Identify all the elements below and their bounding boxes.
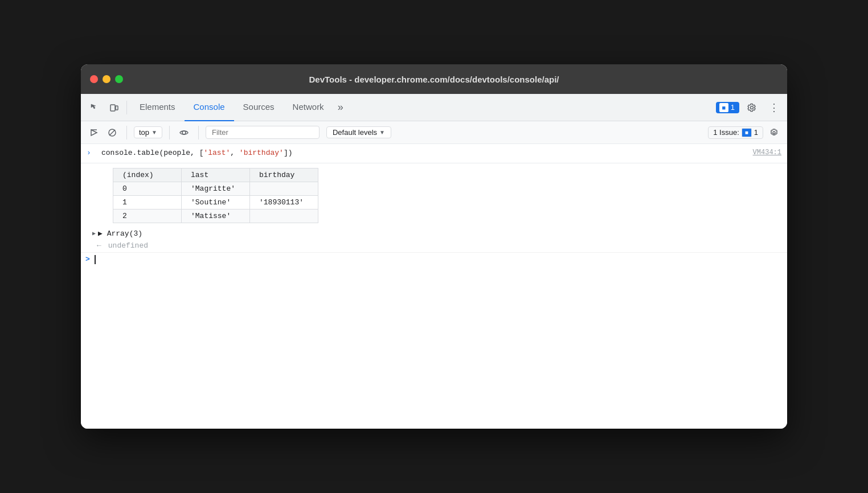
- title-bar: DevTools - developer.chrome.com/docs/dev…: [81, 64, 787, 94]
- console-table-container: (index) last birthday 0 'Magritte' 1 'So…: [81, 163, 787, 228]
- table-row: 2 'Matisse': [113, 209, 318, 223]
- maximize-button[interactable]: [115, 75, 123, 83]
- tab-console[interactable]: Console: [185, 94, 234, 121]
- svg-point-6: [182, 131, 186, 134]
- console-content: › console.table(people, ['last', 'birthd…: [81, 144, 787, 429]
- clear-console-button[interactable]: [105, 125, 120, 140]
- issue-count-badge-icon: ■: [742, 128, 752, 137]
- input-cursor-caret: [95, 255, 96, 264]
- console-toolbar-divider3: [198, 126, 199, 139]
- more-options-button[interactable]: ⋮: [764, 98, 783, 117]
- table-header-birthday: birthday: [250, 168, 318, 182]
- undefined-text: undefined: [108, 241, 148, 250]
- table-cell-last-2: 'Matisse': [182, 209, 250, 223]
- tab-network[interactable]: Network: [284, 94, 333, 121]
- close-button[interactable]: [90, 75, 98, 83]
- left-arrow-icon: ←: [97, 241, 101, 250]
- toolbar-right: ■ 1 ⋮: [716, 98, 783, 117]
- minimize-button[interactable]: [103, 75, 110, 83]
- levels-selector[interactable]: Default levels ▼: [326, 126, 391, 138]
- traffic-lights: [90, 75, 123, 83]
- devtools-window: DevTools - developer.chrome.com/docs/dev…: [81, 64, 787, 429]
- expand-triangle-icon: ▶: [92, 230, 96, 237]
- execute-button[interactable]: [87, 125, 101, 140]
- inspect-element-button[interactable]: [85, 98, 104, 117]
- svg-rect-0: [110, 105, 115, 111]
- context-dropdown-icon: ▼: [152, 129, 157, 135]
- table-row: 0 'Magritte': [113, 182, 318, 195]
- table-row: 1 'Soutine' '18930113': [113, 195, 318, 209]
- filter-input[interactable]: [206, 126, 320, 139]
- svg-rect-1: [116, 106, 118, 110]
- undefined-entry: ← undefined: [81, 239, 787, 253]
- table-header-index: (index): [113, 168, 182, 182]
- device-toggle-button[interactable]: [105, 98, 123, 117]
- tab-elements[interactable]: Elements: [130, 94, 185, 121]
- issue-badge-icon: ■: [719, 103, 728, 112]
- console-settings-button[interactable]: [767, 125, 781, 140]
- console-toolbar-divider: [126, 126, 127, 139]
- table-cell-birthday-1: '18930113': [250, 195, 318, 209]
- console-command-code: console.table(people, ['last', 'birthday…: [101, 147, 781, 159]
- settings-button[interactable]: [743, 98, 761, 117]
- window-title: DevTools - developer.chrome.com/docs/dev…: [309, 75, 559, 84]
- console-command-entry: › console.table(people, ['last', 'birthd…: [81, 144, 787, 163]
- array-expand[interactable]: ▶ ▶ Array(3): [81, 228, 787, 239]
- table-cell-index-1: 1: [113, 195, 182, 209]
- levels-dropdown-icon: ▼: [379, 129, 385, 135]
- table-header-last: last: [182, 168, 250, 182]
- code-string2: 'birthday': [239, 149, 284, 157]
- table-cell-birthday-0: [250, 182, 318, 195]
- code-suffix: ]): [284, 149, 293, 157]
- code-prefix: console.table(people, [: [101, 149, 203, 157]
- eye-button[interactable]: [177, 125, 191, 140]
- console-toolbar-divider2: [169, 126, 170, 139]
- table-cell-index-2: 2: [113, 209, 182, 223]
- input-prompt: >: [85, 255, 90, 264]
- table-cell-last-0: 'Magritte': [182, 182, 250, 195]
- tab-sources[interactable]: Sources: [234, 94, 284, 121]
- svg-line-5: [109, 130, 115, 135]
- console-table: (index) last birthday 0 'Magritte' 1 'So…: [113, 168, 318, 223]
- vm-link[interactable]: VM434:1: [753, 147, 781, 158]
- issue-badge[interactable]: ■ 1: [716, 102, 739, 113]
- array-expand-label: ▶ Array(3): [98, 229, 142, 238]
- svg-marker-2: [91, 130, 97, 135]
- context-selector[interactable]: top ▼: [134, 126, 162, 138]
- table-cell-last-1: 'Soutine': [182, 195, 250, 209]
- table-cell-index-0: 0: [113, 182, 182, 195]
- code-comma: ,: [230, 149, 239, 157]
- more-tabs-button[interactable]: »: [333, 94, 348, 121]
- toolbar-divider: [126, 101, 127, 114]
- issue-count-badge[interactable]: 1 Issue: ■ 1: [708, 126, 763, 139]
- code-string1: 'last': [203, 149, 230, 157]
- toolbar-left: [85, 98, 123, 117]
- main-toolbar: Elements Console Sources Network » ■ 1: [81, 94, 787, 121]
- table-cell-birthday-2: [250, 209, 318, 223]
- tab-list: Elements Console Sources Network »: [130, 94, 716, 121]
- console-input-line[interactable]: >: [81, 253, 787, 266]
- command-arrow[interactable]: ›: [87, 149, 96, 157]
- console-toolbar: top ▼ Default levels ▼ 1 Issue: ■ 1: [81, 121, 787, 144]
